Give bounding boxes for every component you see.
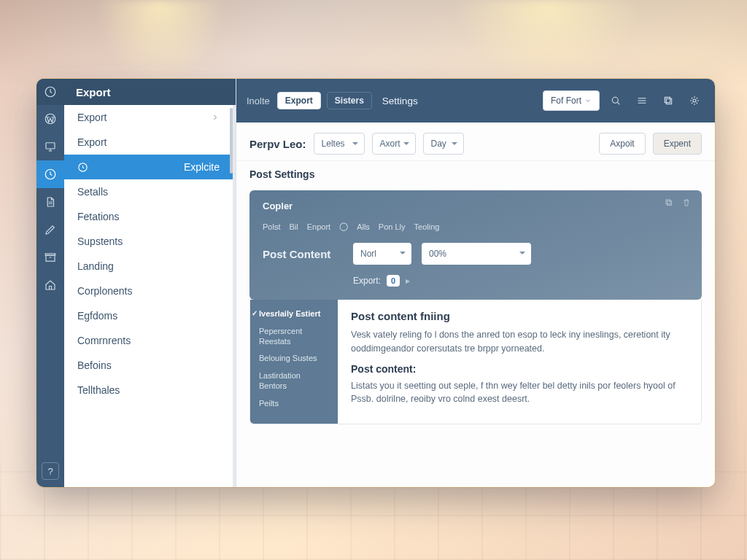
clock-icon <box>36 79 64 106</box>
sidebar-item-label: Fetations <box>77 211 120 222</box>
panel-meta-3: Alls <box>357 222 370 231</box>
filter-select-3[interactable]: Day <box>423 133 464 155</box>
tab-export[interactable]: Export <box>277 92 321 109</box>
document-icon[interactable] <box>36 188 64 216</box>
svg-rect-10 <box>667 201 672 206</box>
sidebar-item-tellthales[interactable]: Tellthales <box>64 378 233 402</box>
sidebar-item-label: Landing <box>77 260 114 272</box>
filter-select-1[interactable]: Leltes <box>314 133 365 155</box>
panel-meta-5: Teoling <box>414 222 440 231</box>
post-content-select-b[interactable]: 00% <box>422 243 531 265</box>
panel-trash-icon[interactable] <box>681 198 692 211</box>
panel-header: Copler Polst Bil Enport ◯ Alls Pon Lly T… <box>263 201 689 231</box>
panel-meta-0: Polst <box>263 222 280 231</box>
sidebar-item-label: Supstents <box>77 236 123 247</box>
doc-paragraph-1: Vesk vately reling fo l dons the anred t… <box>351 328 688 356</box>
sidebar-item-label: Explcite <box>184 161 220 173</box>
clock-small-icon <box>77 162 90 173</box>
sidebar: Export Export Explcite Setalls Fetations… <box>64 105 236 487</box>
filter-select-1-value: Leltes <box>322 139 345 149</box>
sidebar-scrollbar[interactable] <box>230 108 233 174</box>
post-content-select-b-value: 00% <box>429 249 446 259</box>
settings-icon[interactable] <box>684 90 705 111</box>
sidebar-item-egfdoms[interactable]: Egfdoms <box>64 303 233 328</box>
filter-select-2-value: Axort <box>380 139 400 149</box>
section-title: Post Settings <box>236 161 715 186</box>
sidebar-item-label: Befoins <box>77 359 112 371</box>
svg-rect-8 <box>665 97 670 102</box>
sidebar-item-supstents[interactable]: Supstents <box>64 229 233 254</box>
export-row: Export: 0 ▸ <box>263 275 689 287</box>
doc-heading: Post content fniing <box>351 310 688 322</box>
chevron-right-icon <box>211 113 220 122</box>
panel-title: Copler <box>263 201 689 211</box>
clock2-icon[interactable] <box>36 160 64 188</box>
monitor-icon[interactable] <box>36 133 64 160</box>
svg-point-6 <box>612 97 618 103</box>
subnav-item-2[interactable]: Belouing Sustes <box>250 350 338 368</box>
panel-meta-4: Pon Lly <box>379 222 406 231</box>
doc-pane: Post content fniing Vesk vately reling f… <box>338 300 701 424</box>
sidebar-item-label: Egfdoms <box>77 310 117 322</box>
sidebar-item-label: Export <box>77 136 107 148</box>
export-caret-icon: ▸ <box>406 276 410 286</box>
sidebar-item-fetations[interactable]: Fetations <box>64 204 233 229</box>
sidebar-item-export-1[interactable]: Export <box>64 105 233 130</box>
doc-paragraph-2: Listats you it seetting out seple, f thn… <box>351 379 688 407</box>
post-content-select-a-value: Norl <box>360 249 376 259</box>
search-icon[interactable] <box>605 90 626 111</box>
tab-sisters[interactable]: Sisters <box>327 92 372 109</box>
filter-select-2[interactable]: Axort <box>372 133 416 155</box>
app-window: ? Export Export Export Explcite Setalls … <box>36 79 715 487</box>
font-dropdown[interactable]: Fof Fort <box>543 90 600 111</box>
menu-icon[interactable] <box>632 90 652 111</box>
post-content-select-a[interactable]: Norl <box>353 243 411 265</box>
settings-panel: Copler Polst Bil Enport ◯ Alls Pon Lly T… <box>249 190 702 300</box>
home-icon[interactable] <box>36 271 64 299</box>
help-button[interactable]: ? <box>42 462 59 480</box>
copy-icon[interactable] <box>658 90 678 111</box>
rail-cap <box>36 79 64 105</box>
topbar: Inolte Export Sisters Settings Fof Fort <box>236 79 715 122</box>
sidebar-item-setalls[interactable]: Setalls <box>64 179 233 204</box>
panel-meta-2: Enport <box>307 222 330 231</box>
sidebar-item-label: Setalls <box>77 186 108 198</box>
wordpress-icon[interactable] <box>36 105 64 133</box>
post-content-row: Post Content Norl 00% <box>263 243 689 265</box>
filter-bar: Perpv Leo: Leltes Axort Day Axpoit Expen… <box>236 122 715 161</box>
sidebar-item-comrnrents[interactable]: Comrnrents <box>64 328 233 353</box>
svg-rect-11 <box>666 200 670 204</box>
filter-label: Perpv Leo: <box>249 138 306 150</box>
sidebar-column: Export Export Export Explcite Setalls Fe… <box>64 79 236 487</box>
sidebar-item-label: Export <box>77 112 107 123</box>
svg-rect-4 <box>46 255 55 261</box>
subnav-item-1[interactable]: Pepersrcent Reestats <box>250 323 338 351</box>
export-chip[interactable]: 0 <box>387 275 400 287</box>
icon-rail: ? <box>36 79 64 487</box>
expent-button[interactable]: Expent <box>653 133 702 155</box>
svg-rect-7 <box>666 98 671 104</box>
axpoit-button[interactable]: Axpoit <box>599 133 645 155</box>
svg-point-9 <box>693 99 696 102</box>
tab-settings[interactable]: Settings <box>378 93 422 109</box>
export-label: Export: <box>353 276 381 286</box>
subnav-item-0[interactable]: Ivesrlaily Estiert <box>250 306 338 323</box>
chevron-down-icon <box>584 97 592 104</box>
sidebar-item-corplonents[interactable]: Corplonents <box>64 279 233 303</box>
sidebar-item-landing[interactable]: Landing <box>64 254 233 279</box>
subnav-item-4[interactable]: Peilts <box>250 395 338 413</box>
panel-meta-1: Bil <box>289 222 298 231</box>
pencil-icon[interactable] <box>36 216 64 244</box>
sidebar-item-label: Tellthales <box>77 384 120 396</box>
sidebar-item-export-2[interactable]: Export <box>64 130 233 155</box>
subnav-item-3[interactable]: Lastirdation Bentors <box>250 368 338 395</box>
sidebar-item-label: Corplonents <box>77 285 133 297</box>
doc-subheading: Post content: <box>351 363 688 375</box>
sidebar-item-befoins[interactable]: Befoins <box>64 353 233 378</box>
panel-copy-icon[interactable] <box>664 198 674 211</box>
sidebar-item-explcite[interactable]: Explcite <box>64 155 233 179</box>
main-area: Inolte Export Sisters Settings Fof Fort … <box>236 79 715 487</box>
font-dropdown-label: Fof Fort <box>551 96 581 106</box>
post-content-label: Post Content <box>263 248 343 260</box>
archive-icon[interactable] <box>36 244 64 271</box>
